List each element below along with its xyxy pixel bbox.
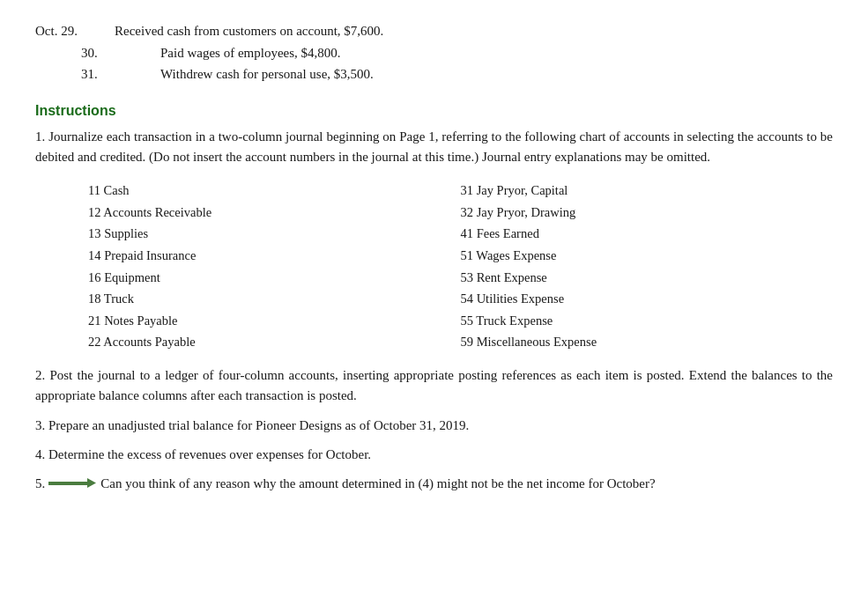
- green-arrow-icon: [48, 478, 96, 488]
- transactions-section: Oct. 29. Received cash from customers on…: [35, 21, 833, 85]
- account-11: 11 Cash: [88, 180, 461, 202]
- transaction-date-30: 30.: [81, 43, 160, 63]
- account-31: 31 Jay Pryor, Capital: [461, 180, 834, 202]
- instruction-1-num: 1.: [35, 129, 48, 144]
- account-55: 55 Truck Expense: [461, 310, 834, 332]
- account-14: 14 Prepaid Insurance: [88, 245, 461, 267]
- instruction-3-num: 3.: [35, 418, 48, 432]
- account-59: 59 Miscellaneous Expense: [461, 331, 834, 353]
- account-13: 13 Supplies: [88, 223, 461, 245]
- account-41: 41 Fees Earned: [461, 223, 834, 245]
- instruction-4-text: Determine the excess of revenues over ex…: [48, 447, 371, 461]
- account-18: 18 Truck: [88, 288, 461, 310]
- transaction-row-30: 30. Paid wages of employees, $4,800.: [35, 43, 833, 63]
- transaction-row-29: Oct. 29. Received cash from customers on…: [35, 21, 833, 41]
- instruction-3-text: Prepare an unadjusted trial balance for …: [48, 418, 469, 432]
- accounts-right-col: 31 Jay Pryor, Capital 32 Jay Pryor, Draw…: [461, 180, 834, 353]
- instruction-5-num: 5.: [35, 474, 45, 494]
- transaction-date-29: Oct. 29.: [35, 21, 115, 41]
- account-51: 51 Wages Expense: [461, 245, 834, 267]
- chart-of-accounts: 11 Cash 12 Accounts Receivable 13 Suppli…: [88, 180, 833, 353]
- transaction-text-31: Withdrew cash for personal use, $3,500.: [160, 64, 374, 85]
- transaction-text-29: Received cash from customers on account,…: [115, 21, 383, 41]
- account-22: 22 Accounts Payable: [88, 331, 461, 353]
- transaction-text-30: Paid wages of employees, $4,800.: [160, 43, 341, 63]
- transaction-date-31: 31.: [81, 64, 160, 85]
- instruction-1-text: Journalize each transaction in a two-col…: [35, 129, 833, 164]
- instruction-1: 1. Journalize each transaction in a two-…: [35, 127, 833, 168]
- instructions-section: Instructions 1. Journalize each transact…: [35, 100, 833, 495]
- account-12: 12 Accounts Receivable: [88, 202, 461, 224]
- instruction-2-text: Post the journal to a ledger of four-col…: [35, 368, 833, 402]
- instruction-5-text: Can you think of any reason why the amou…: [100, 474, 655, 494]
- instruction-4: 4. Determine the excess of revenues over…: [35, 445, 833, 465]
- svg-marker-1: [87, 478, 96, 488]
- account-32: 32 Jay Pryor, Drawing: [461, 202, 834, 224]
- instruction-5: 5. Can you think of any reason why the a…: [35, 474, 833, 494]
- svg-rect-0: [48, 482, 87, 485]
- instructions-heading: Instructions: [35, 100, 833, 122]
- instruction-2: 2. Post the journal to a ledger of four-…: [35, 365, 833, 407]
- accounts-left-col: 11 Cash 12 Accounts Receivable 13 Suppli…: [88, 180, 461, 353]
- account-16: 16 Equipment: [88, 267, 461, 289]
- instruction-3: 3. Prepare an unadjusted trial balance f…: [35, 416, 833, 436]
- account-53: 53 Rent Expense: [461, 267, 834, 289]
- account-54: 54 Utilities Expense: [461, 288, 834, 310]
- account-21: 21 Notes Payable: [88, 310, 461, 332]
- transaction-row-31: 31. Withdrew cash for personal use, $3,5…: [35, 64, 833, 85]
- instruction-4-num: 4.: [35, 447, 48, 461]
- instruction-2-num: 2.: [35, 368, 49, 382]
